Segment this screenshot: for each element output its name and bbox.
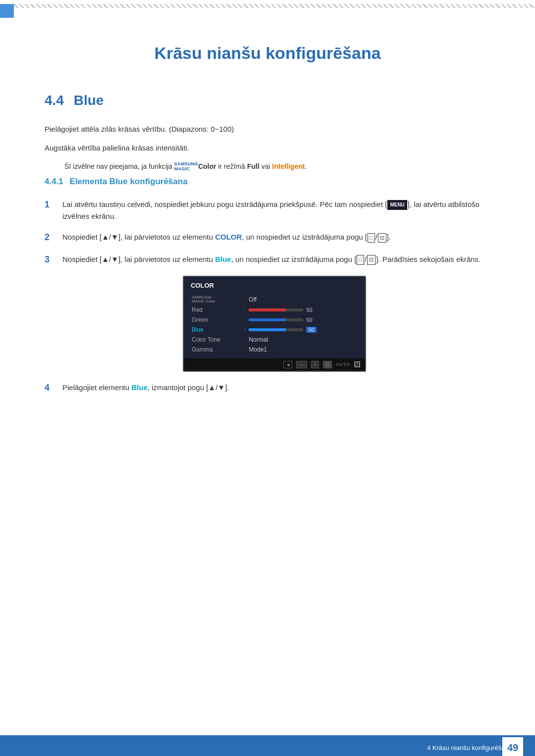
- bar-track-blue: [249, 328, 303, 331]
- note-color-label: Color: [198, 162, 216, 170]
- menu-sep-2: :: [244, 316, 246, 323]
- note-text: Šī izvēlne nav pieejama, ja funkcija SAM…: [64, 161, 490, 172]
- bar-wrap-blue: 50: [249, 327, 316, 333]
- step1-before: Lai atvērtu taustiņu ceļvedi, nospiediet…: [62, 200, 387, 208]
- note-full-label: Full: [247, 162, 260, 170]
- bar-wrap-red: 50: [249, 307, 316, 313]
- step3-blue-label: Blue: [215, 255, 231, 263]
- menu-label-samsung: SAMSUNG MAGIC Color: [192, 296, 241, 303]
- list-item: 1 Lai atvērtu taustiņu ceļvedi, nospiedi…: [45, 199, 490, 222]
- step2-color-label: COLOR: [215, 233, 242, 241]
- menu-row-red: Red : 50: [192, 305, 357, 315]
- step-number-4: 4: [45, 381, 58, 395]
- samsung-magic-brand: SAMSUNGMAGIC: [174, 162, 198, 172]
- menu-sep-1: :: [244, 306, 246, 313]
- monitor-wrap: COLOR SAMSUNG MAGIC Color : Off: [183, 276, 366, 372]
- body-text-1: Pielāgojiet attēla zilās krāsas vērtību.…: [45, 123, 490, 135]
- step-1-text: Lai atvērtu taustiņu ceļvedi, nospiediet…: [62, 199, 490, 222]
- menu-label-gamma: Gamma: [192, 346, 241, 353]
- step-4-text: Pielāgojiet elementu Blue, izmantojot po…: [62, 382, 490, 394]
- bar-wrap-green: 50: [249, 317, 316, 323]
- page-wrapper: Krāsu nianšu konfigurēšana 4.4 Blue Piel…: [0, 4, 535, 756]
- ctrl-power-icon: ⏻: [354, 361, 360, 367]
- monitor-inner: COLOR SAMSUNG MAGIC Color : Off: [184, 277, 365, 358]
- menu-value-colortone: Normal: [249, 336, 357, 343]
- menu-value-gamma: Mode1: [249, 346, 357, 353]
- section-number: 4.4: [45, 93, 64, 108]
- monitor-container: COLOR SAMSUNG MAGIC Color : Off: [58, 276, 490, 372]
- menu-sep-3: :: [244, 326, 246, 333]
- steps-list: 1 Lai atvērtu taustiņu ceļvedi, nospiedi…: [45, 199, 490, 267]
- brand-magic-line: MAGIC: [174, 167, 198, 172]
- step3-icon1: □: [357, 255, 364, 265]
- top-decorative-bar: [0, 4, 535, 8]
- note-middle: ir režīmā: [216, 162, 247, 170]
- menu-label-colortone: Color Tone: [192, 336, 241, 343]
- subsection-title: Elementa Blue konfigurēšana: [70, 177, 188, 186]
- menu-sep-5: :: [244, 346, 246, 353]
- ctrl-plus: +: [311, 361, 319, 368]
- list-item: 2 Nospiediet [▲/▼], lai pārvietotos uz e…: [45, 231, 490, 245]
- main-content: Krāsu nianšu konfigurēšana 4.4 Blue Piel…: [0, 4, 535, 444]
- step4-blue-label: Blue: [131, 383, 148, 392]
- note-intelligent-label: Intelligent: [272, 162, 305, 170]
- subsection-number: 4.4.1: [45, 177, 63, 186]
- menu-icon-label: MENU: [387, 200, 407, 210]
- menu-sep-0: :: [244, 296, 246, 303]
- page-footer: 4 Krāsu nianšu konfigurēšana 49: [0, 735, 535, 756]
- step-number-1: 1: [45, 198, 58, 212]
- bar-num-red: 50: [306, 307, 316, 313]
- bar-fill-blue: [249, 328, 286, 331]
- step4-before: Pielāgojiet elementu: [62, 383, 131, 392]
- ctrl-auto-label: AUTO: [336, 362, 350, 367]
- menu-row-blue: Blue : 50: [192, 325, 357, 335]
- ctrl-enter: ⊡: [323, 361, 332, 368]
- footer-text: 4 Krāsu nianšu konfigurēšana: [427, 744, 512, 752]
- section-heading: 4.4 Blue: [45, 93, 490, 108]
- menu-value-0: Off: [249, 296, 357, 303]
- menu-row-gamma: Gamma : Mode1: [192, 345, 357, 354]
- bar-num-blue: 50: [306, 327, 316, 333]
- subsection-heading: 4.4.1 Elementa Blue konfigurēšana: [45, 177, 490, 187]
- body-text-2: Augstāka vērtība palielina krāsas intens…: [45, 142, 490, 154]
- menu-row-colortone: Color Tone : Normal: [192, 335, 357, 345]
- monitor-screen: COLOR SAMSUNG MAGIC Color : Off: [183, 276, 366, 372]
- step2-middle: , un nospiediet uz izstrādājuma pogu [: [242, 233, 367, 241]
- list-item-4: 4 Pielāgojiet elementu Blue, izmantojot …: [45, 382, 490, 395]
- step4-after: , izmantojot pogu [▲/▼].: [148, 383, 229, 392]
- step4-list: 4 Pielāgojiet elementu Blue, izmantojot …: [45, 382, 490, 395]
- step3-before: Nospiediet [▲/▼], lai pārvietotos uz ele…: [62, 255, 215, 263]
- bar-fill-red: [249, 308, 286, 311]
- step-number-3: 3: [45, 252, 58, 267]
- menu-bar-green: 50: [249, 317, 316, 323]
- step3-middle: , un nospiediet uz izstrādājuma pogu [: [231, 255, 357, 263]
- menu-label-red: Red: [192, 306, 241, 313]
- note-end: .: [305, 162, 307, 170]
- bar-track-red: [249, 308, 303, 311]
- ctrl-left-arrow: ◄: [283, 361, 292, 368]
- bar-track-green: [249, 318, 303, 321]
- step2-icon2: ⊡: [378, 233, 386, 243]
- step-2-text: Nospiediet [▲/▼], lai pārvietotos uz ele…: [62, 231, 490, 243]
- bar-fill-green: [249, 318, 286, 321]
- step-3-text: Nospiediet [▲/▼], lai pārvietotos uz ele…: [62, 253, 490, 265]
- menu-row-green: Green : 50: [192, 315, 357, 325]
- note-prefix: Šī izvēlne nav pieejama, ja funkcija: [64, 162, 174, 170]
- menu-sep-4: :: [244, 336, 246, 343]
- page-title: Krāsu nianšu konfigurēšana: [45, 44, 490, 63]
- menu-bar-blue: 50: [249, 327, 316, 333]
- bar-num-green: 50: [306, 317, 316, 323]
- step2-before: Nospiediet [▲/▼], lai pārvietotos uz ele…: [62, 233, 215, 241]
- step2-icon1: □: [368, 233, 375, 243]
- step3-icon2: ⊡: [367, 255, 375, 265]
- menu-row-samsung: SAMSUNG MAGIC Color : Off: [192, 294, 357, 305]
- footer-page-number: 49: [502, 737, 523, 756]
- menu-title: COLOR: [191, 282, 358, 289]
- menu-label-green: Green: [192, 316, 241, 323]
- top-blue-square: [0, 4, 14, 18]
- menu-bar-red: 50: [249, 307, 316, 313]
- section-title: Blue: [74, 93, 104, 108]
- note-or: vai: [260, 162, 272, 170]
- menu-rows-table: SAMSUNG MAGIC Color : Off Red :: [191, 293, 358, 355]
- monitor-controls: ◄ — + ⊡ AUTO ⏻: [184, 358, 365, 371]
